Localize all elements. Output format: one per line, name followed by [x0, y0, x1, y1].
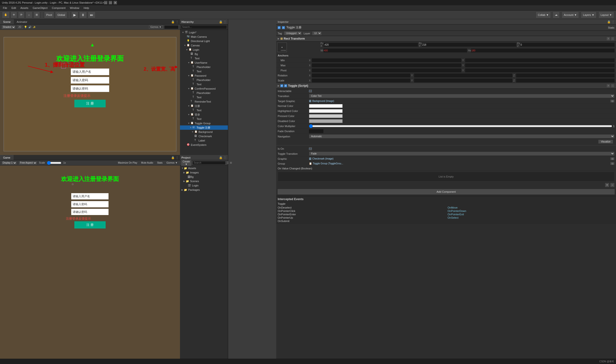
width-input[interactable]: 400: [323, 49, 467, 52]
tool-move[interactable]: ✛: [11, 12, 17, 18]
hierarchy-tree-item[interactable]: T Placeholder: [180, 91, 228, 95]
fade-duration-input[interactable]: 0.1: [309, 129, 323, 133]
hierarchy-tree-item[interactable]: T Text: [180, 117, 228, 121]
object-active-checkbox[interactable]: ✓: [278, 26, 280, 29]
cloud-btn[interactable]: ☁: [553, 12, 560, 18]
disabled-color-swatch[interactable]: [309, 119, 343, 123]
display-dropdown[interactable]: Display 1: [1, 161, 17, 165]
project-tree-item[interactable]: 🎬 Login: [180, 183, 228, 188]
pivot-y[interactable]: 0.5: [465, 68, 615, 72]
hierarchy-tree-item[interactable]: ▼ 📋 Toggle Group: [180, 121, 228, 125]
normal-color-swatch[interactable]: [309, 104, 343, 108]
add-event-btn[interactable]: +: [605, 183, 609, 187]
shading-dropdown[interactable]: Shaded: [1, 25, 16, 29]
tool-rect[interactable]: ⊞: [33, 12, 40, 18]
target-graphic-picker[interactable]: ◎: [610, 100, 615, 103]
scale-slider[interactable]: [47, 162, 61, 164]
minimize-btn[interactable]: —: [104, 1, 107, 4]
menu-edit[interactable]: Edit: [10, 6, 18, 10]
collab-btn[interactable]: Collab ▼: [536, 12, 551, 18]
pos-z-input[interactable]: 0: [520, 43, 615, 47]
hierarchy-tree-item[interactable]: ▼ 📋 登录: [180, 112, 228, 117]
hierarchy-tree-item[interactable]: ▼ 🎬 Login*: [180, 30, 228, 35]
scene-password-field[interactable]: 请输入密码: [71, 77, 109, 84]
hierarchy-tree-item[interactable]: 💡 Directional Light: [180, 39, 228, 43]
rot-y[interactable]: 0: [414, 74, 513, 77]
height-input[interactable]: 180: [471, 49, 615, 52]
game-more-btn[interactable]: ⋮: [176, 156, 179, 159]
rt-btn-2[interactable]: ⋮: [611, 37, 615, 41]
pause-button[interactable]: ⏸: [79, 12, 87, 18]
scene-username-field[interactable]: 请输入用户名: [71, 68, 109, 75]
project-tree-item[interactable]: ▼ 📁 Assets: [180, 166, 228, 170]
hierarchy-tree-item[interactable]: T Text: [180, 108, 228, 112]
aspect-dropdown[interactable]: Free Aspect: [19, 161, 37, 165]
menu-component[interactable]: Component: [50, 6, 67, 10]
toggle-script-more[interactable]: ⋮: [611, 84, 615, 88]
gizmos-label[interactable]: Gizmos ▼: [149, 25, 163, 29]
hierarchy-tree-item[interactable]: T Text: [180, 69, 228, 74]
hierarchy-lock-btn[interactable]: 🔒: [219, 20, 223, 24]
hierarchy-tree-item[interactable]: T Label: [180, 138, 228, 143]
mute-audio-btn[interactable]: Mute Audio: [140, 161, 154, 164]
maximize-on-play-btn[interactable]: Maximize On Play: [117, 161, 138, 164]
menu-help[interactable]: Help: [82, 6, 91, 10]
game-lock-btn[interactable]: 🔒: [171, 156, 175, 159]
menu-assets[interactable]: Assets: [18, 6, 30, 10]
anchor-max-y[interactable]: 0.5: [465, 64, 615, 67]
graphic-picker[interactable]: ◎: [610, 157, 615, 160]
highlighted-color-swatch[interactable]: [309, 109, 343, 113]
tool-rotate[interactable]: ⟳: [18, 12, 25, 18]
inspector-more-btn[interactable]: ⋮: [612, 20, 615, 24]
create-btn[interactable]: Create ▼: [181, 160, 192, 166]
hierarchy-tree-item[interactable]: ▼ 📋 Password: [180, 74, 228, 78]
game-tab[interactable]: Game: [0, 155, 14, 160]
toggle-enabled-checkbox[interactable]: ✓: [284, 84, 287, 87]
hierarchy-more-btn[interactable]: ⋮: [224, 20, 226, 24]
project-tree-item[interactable]: ▶ 📁 Scenes: [180, 179, 228, 183]
add-component-btn[interactable]: Add Component: [278, 189, 615, 194]
visualize-btn[interactable]: Visualize: [598, 140, 613, 144]
hierarchy-tree-item[interactable]: T Text: [180, 95, 228, 100]
toggle-script-header[interactable]: ▶ ✓ ✓ Toggle (Script) ? ⋮: [276, 83, 616, 89]
hierarchy-tree-item[interactable]: ▼ 📋 Canvas: [180, 43, 228, 48]
rect-transform-header[interactable]: ▶ ⊞ Rect Transform ? ⋮: [276, 36, 616, 41]
rot-z[interactable]: 0: [516, 74, 615, 77]
step-button[interactable]: ⏭: [88, 12, 96, 18]
tool-hand[interactable]: ✋: [2, 12, 10, 18]
tool-scale[interactable]: ↔: [26, 12, 32, 18]
game-register-btn[interactable]: 注 册: [74, 221, 106, 229]
toggle-transition-select[interactable]: Fade: [309, 152, 615, 156]
pos-y-input[interactable]: 218: [422, 43, 516, 47]
interactable-checkbox[interactable]: ✓: [309, 90, 312, 92]
anchor-min-y[interactable]: 0.5: [465, 58, 615, 62]
toggle-script-help[interactable]: ?: [606, 84, 610, 88]
hierarchy-tree-item[interactable]: ▼ 📋 Login: [180, 48, 228, 52]
project-tree-item[interactable]: 🖼 Bg: [180, 175, 228, 179]
global-toggle[interactable]: Global: [55, 12, 67, 18]
project-search[interactable]: [193, 161, 225, 165]
scene-confirm-field[interactable]: 请确认密码: [71, 85, 109, 92]
rot-x[interactable]: 0: [312, 74, 410, 77]
menu-file[interactable]: File: [1, 6, 9, 10]
hierarchy-tree-item[interactable]: ▼ ☑ Toggle 注册: [180, 125, 228, 130]
layout-btn[interactable]: Layout ▼: [598, 12, 614, 18]
project-lock-btn[interactable]: 🔒: [219, 156, 223, 159]
game-username-field[interactable]: 请输入用户名: [71, 193, 109, 199]
group-picker[interactable]: ◎: [610, 162, 615, 165]
color-multiplier-slider[interactable]: [309, 124, 612, 128]
hierarchy-tree-item[interactable]: T Text: [180, 82, 228, 87]
project-tree-item[interactable]: ▶ 📁 Images: [180, 170, 228, 175]
scene-tab[interactable]: Scene: [0, 19, 14, 24]
menu-window[interactable]: Window: [68, 6, 81, 10]
stats-btn[interactable]: Stats: [156, 161, 164, 164]
navigation-select[interactable]: Automatic: [309, 134, 615, 138]
inspector-lock-btn[interactable]: 🔒: [607, 20, 611, 24]
account-btn[interactable]: Account ▼: [562, 12, 579, 18]
object-enabled-checkbox[interactable]: ✓: [282, 26, 285, 29]
project-tree-item[interactable]: ▶ 📁 Packages: [180, 188, 228, 192]
pos-x-input[interactable]: -420: [323, 43, 418, 47]
scale-y[interactable]: 1: [414, 78, 513, 82]
pivot-x[interactable]: 0.5: [312, 68, 461, 72]
hierarchy-search-input[interactable]: [181, 25, 227, 29]
